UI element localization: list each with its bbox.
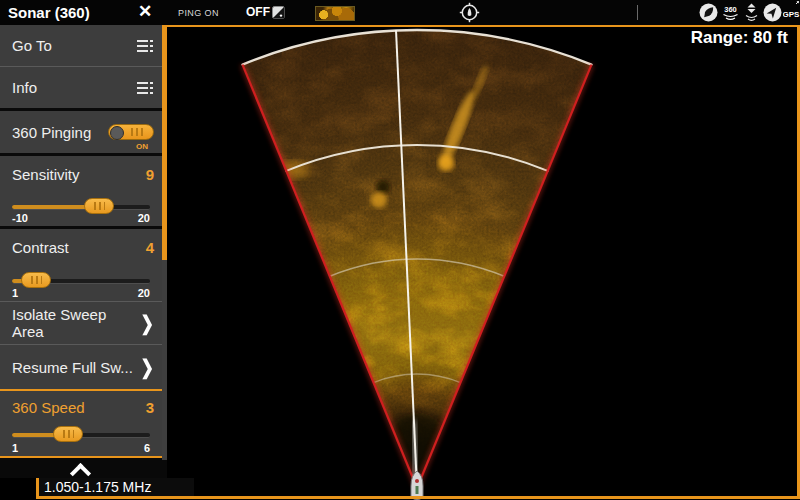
contrast-slider[interactable]: 1 20 bbox=[0, 266, 162, 301]
speed-slider[interactable]: 1 6 bbox=[0, 423, 162, 456]
page-title: Sonar (360) bbox=[8, 0, 90, 25]
menu-scrollbar-thumb[interactable] bbox=[162, 25, 167, 260]
pinging-toggle[interactable] bbox=[108, 124, 154, 140]
menu-item-360-pinging[interactable]: 360 Pinging ON bbox=[0, 111, 162, 153]
list-icon bbox=[137, 81, 154, 95]
sonar-360-status-icon: 360 bbox=[721, 3, 740, 22]
heading-status-icon bbox=[763, 3, 782, 22]
sonar-360-screen: { "header": { "title": "Sonar (360)", "c… bbox=[0, 0, 800, 500]
menu-item-resume-full-sweep[interactable]: Resume Full Sw... ❯ bbox=[0, 345, 162, 389]
menu-item-label: Resume Full Sw... bbox=[12, 359, 133, 376]
slider-min-label: -10 bbox=[12, 212, 28, 224]
top-status-bar: Sonar (360) ✕ PING ON OFF 360 GPS bbox=[0, 0, 800, 25]
menu-item-value: 9 bbox=[146, 166, 154, 183]
frequency-bar: 1.050-1.175 MHz bbox=[36, 478, 194, 496]
overlay-off-button[interactable]: OFF bbox=[246, 0, 270, 25]
close-icon[interactable]: ✕ bbox=[138, 0, 152, 25]
sonar-preview-thumbnail[interactable] bbox=[315, 6, 355, 21]
slider-min-label: 1 bbox=[12, 287, 18, 299]
slider-max-label: 6 bbox=[144, 442, 150, 454]
mark-position-icon[interactable] bbox=[459, 2, 480, 23]
boat-status-icon bbox=[699, 3, 718, 22]
pane-border-bottom bbox=[36, 496, 800, 499]
slider-thumb[interactable] bbox=[53, 426, 83, 442]
menu-item-isolate-sweep-area[interactable]: Isolate Sweep Area ❯ bbox=[0, 302, 162, 344]
range-readout: Range: 80 ft bbox=[691, 28, 788, 48]
sensitivity-slider[interactable]: -10 20 bbox=[0, 192, 162, 226]
list-icon bbox=[137, 39, 154, 53]
menu-item-go-to[interactable]: Go To bbox=[0, 25, 162, 66]
menu-item-sensitivity[interactable]: Sensitivity 9 bbox=[0, 156, 162, 192]
slider-min-label: 1 bbox=[12, 442, 18, 454]
transducer-status-icon bbox=[743, 3, 760, 22]
toggle-knob bbox=[110, 126, 124, 140]
menu-item-label: Sensitivity bbox=[12, 166, 80, 183]
slider-thumb[interactable] bbox=[21, 272, 51, 288]
toggle-state-label: ON bbox=[136, 142, 148, 151]
gps-status-icon: GPS bbox=[783, 0, 800, 25]
topbar-divider bbox=[637, 5, 638, 20]
chevron-right-icon: ❯ bbox=[141, 355, 154, 379]
menu-item-value: 4 bbox=[146, 239, 154, 256]
ping-status: PING ON bbox=[178, 0, 219, 25]
contrast-mode-icon[interactable] bbox=[272, 6, 285, 19]
menu-item-value: 3 bbox=[146, 399, 154, 416]
menu-item-label: Info bbox=[12, 79, 37, 96]
menu-item-label: 360 Speed bbox=[12, 399, 85, 416]
menu-scrollbar[interactable] bbox=[162, 25, 167, 460]
menu-item-360-speed-selected[interactable]: 360 Speed 3 1 6 bbox=[0, 389, 162, 458]
frequency-label: 1.050-1.175 MHz bbox=[44, 479, 151, 495]
menu-item-label: Contrast bbox=[12, 239, 69, 256]
menu-item-info[interactable]: Info bbox=[0, 67, 162, 108]
menu-item-label: Isolate Sweep Area bbox=[12, 306, 141, 340]
toggle-grip bbox=[131, 128, 145, 136]
slider-track[interactable] bbox=[12, 205, 150, 210]
slider-max-label: 20 bbox=[138, 287, 150, 299]
svg-text:360: 360 bbox=[724, 5, 737, 14]
slider-max-label: 20 bbox=[138, 212, 150, 224]
menu-item-label: 360 Pinging bbox=[12, 124, 91, 141]
menu-scroll-up-button[interactable] bbox=[0, 460, 167, 478]
chevron-right-icon: ❯ bbox=[141, 311, 154, 335]
sonar-menu-panel: Go To Info 360 Pinging ON Se bbox=[0, 25, 162, 460]
menu-item-contrast[interactable]: Contrast 4 bbox=[0, 229, 162, 266]
menu-item-label: Go To bbox=[12, 37, 52, 54]
svg-text:GPS: GPS bbox=[783, 10, 800, 19]
